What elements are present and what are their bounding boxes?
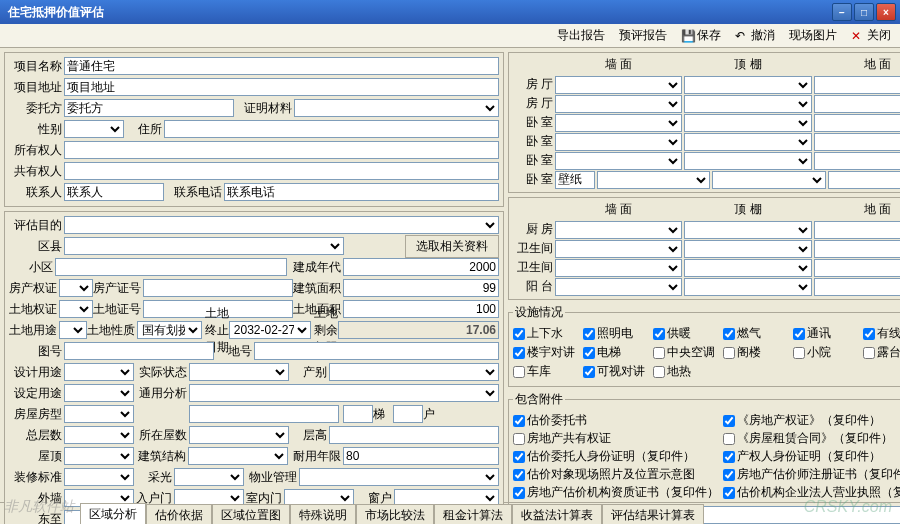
room-floor-select[interactable] bbox=[814, 278, 900, 296]
room-wall-select[interactable] bbox=[555, 76, 682, 94]
facility-elev-checkbox[interactable]: 电梯 bbox=[583, 344, 645, 361]
attach-5-checkbox[interactable]: 产权人身份证明（复印件） bbox=[723, 448, 900, 465]
facility-water-checkbox[interactable]: 上下水 bbox=[513, 325, 575, 342]
phone-input[interactable] bbox=[224, 183, 499, 201]
community-input[interactable] bbox=[55, 258, 287, 276]
attach-9-checkbox[interactable]: 估价机构企业法人营业执照（复印件） bbox=[723, 484, 900, 501]
facility-ac-checkbox[interactable]: 中央空调 bbox=[653, 344, 715, 361]
room-ceil-select[interactable] bbox=[684, 95, 811, 113]
attach-7-checkbox[interactable]: 房地产估价师注册证书（复印件） bbox=[723, 466, 900, 483]
room-wall-select[interactable] bbox=[555, 278, 682, 296]
actual-select[interactable] bbox=[189, 363, 289, 381]
atfloor-select[interactable] bbox=[189, 426, 289, 444]
tab-5[interactable]: 租金计算法 bbox=[434, 504, 512, 525]
room-ceil-select[interactable] bbox=[684, 259, 811, 277]
tab-1[interactable]: 估价依据 bbox=[146, 504, 212, 525]
roof-select[interactable] bbox=[64, 447, 134, 465]
houseno-input[interactable] bbox=[143, 279, 293, 297]
tab-3[interactable]: 特殊说明 bbox=[290, 504, 356, 525]
facility-garage-checkbox[interactable]: 车库 bbox=[513, 363, 575, 380]
storey-input[interactable] bbox=[329, 426, 499, 444]
facility-gas-checkbox[interactable]: 燃气 bbox=[723, 325, 785, 342]
setuse-select[interactable] bbox=[64, 384, 134, 402]
housecert-select[interactable] bbox=[59, 279, 93, 297]
room-wall-select[interactable] bbox=[555, 95, 682, 113]
industry-select[interactable] bbox=[329, 363, 499, 381]
sex-select[interactable] bbox=[64, 120, 124, 138]
room-extra-input[interactable] bbox=[555, 171, 595, 189]
export-report-button[interactable]: 导出报告 bbox=[554, 26, 608, 45]
owner-input[interactable] bbox=[64, 141, 499, 159]
project-name-input[interactable] bbox=[64, 57, 499, 75]
attach-2-checkbox[interactable]: 房地产共有权证 bbox=[513, 430, 719, 447]
room-wall-select[interactable] bbox=[555, 114, 682, 132]
manage-select[interactable] bbox=[299, 468, 499, 486]
room-ceil-select[interactable] bbox=[712, 171, 825, 189]
room-ceil-select[interactable] bbox=[684, 240, 811, 258]
tab-4[interactable]: 市场比较法 bbox=[356, 504, 434, 525]
purpose-select[interactable] bbox=[64, 216, 499, 234]
parcel-input[interactable] bbox=[254, 342, 499, 360]
room-floor-select[interactable] bbox=[814, 114, 900, 132]
close-window-button[interactable]: × bbox=[876, 3, 896, 21]
attach-8-checkbox[interactable]: 房地产估价机构资质证书（复印件） bbox=[513, 484, 719, 501]
room-ceil-select[interactable] bbox=[684, 221, 811, 239]
landcert-select[interactable] bbox=[59, 300, 93, 318]
room-floor-select[interactable] bbox=[814, 259, 900, 277]
close-button[interactable]: ✕关闭 bbox=[848, 26, 894, 45]
map-input[interactable] bbox=[64, 342, 214, 360]
room-wall-select[interactable] bbox=[555, 152, 682, 170]
room-ceil-select[interactable] bbox=[684, 152, 811, 170]
housetype-select[interactable] bbox=[64, 405, 134, 423]
landuse-select[interactable] bbox=[59, 321, 87, 339]
housetype-input[interactable] bbox=[189, 405, 339, 423]
facility-heat-checkbox[interactable]: 供暖 bbox=[653, 325, 715, 342]
facility-inter-checkbox[interactable]: 楼宇对讲 bbox=[513, 344, 575, 361]
room-ceil-select[interactable] bbox=[684, 133, 811, 151]
maximize-button[interactable]: □ bbox=[854, 3, 874, 21]
room-floor-select[interactable] bbox=[814, 240, 900, 258]
room-floor-select[interactable] bbox=[814, 152, 900, 170]
room-ceil-select[interactable] bbox=[684, 278, 811, 296]
room-ceil-select[interactable] bbox=[684, 114, 811, 132]
attach-1-checkbox[interactable]: 《房地产权证》（复印件） bbox=[723, 412, 900, 429]
room-floor-select[interactable] bbox=[828, 171, 900, 189]
attach-4-checkbox[interactable]: 估价委托人身份证明（复印件） bbox=[513, 448, 719, 465]
minimize-button[interactable]: − bbox=[832, 3, 852, 21]
tab-6[interactable]: 收益法计算表 bbox=[512, 504, 602, 525]
coowner-input[interactable] bbox=[64, 162, 499, 180]
save-button[interactable]: 💾保存 bbox=[678, 26, 724, 45]
design-select[interactable] bbox=[64, 363, 134, 381]
room-floor-select[interactable] bbox=[814, 76, 900, 94]
general-select[interactable] bbox=[189, 384, 499, 402]
landnature-select[interactable]: 国有划拨 bbox=[137, 321, 202, 339]
district-select[interactable] bbox=[64, 237, 344, 255]
room-ceil-select[interactable] bbox=[684, 76, 811, 94]
buildyear-input[interactable] bbox=[343, 258, 499, 276]
attach-6-checkbox[interactable]: 估价对象现场照片及位置示意图 bbox=[513, 466, 719, 483]
facility-geoh-checkbox[interactable]: 地热 bbox=[653, 363, 715, 380]
preview-report-button[interactable]: 预评报告 bbox=[616, 26, 670, 45]
home-input[interactable] bbox=[164, 120, 499, 138]
room-wall-select[interactable] bbox=[555, 259, 682, 277]
room-wall-select[interactable] bbox=[555, 240, 682, 258]
facility-terr-checkbox[interactable]: 露台 bbox=[863, 344, 900, 361]
landarea-input[interactable] bbox=[343, 300, 499, 318]
buildarea-input[interactable] bbox=[343, 279, 499, 297]
life-input[interactable] bbox=[343, 447, 499, 465]
room-wall-select[interactable] bbox=[597, 171, 710, 189]
facility-vinter-checkbox[interactable]: 可视对讲 bbox=[583, 363, 645, 380]
facility-yard-checkbox[interactable]: 小院 bbox=[793, 344, 855, 361]
facility-attic-checkbox[interactable]: 阁楼 bbox=[723, 344, 785, 361]
facility-ctv-checkbox[interactable]: 有线电视 bbox=[863, 325, 900, 342]
room-wall-select[interactable] bbox=[555, 133, 682, 151]
facility-comm-checkbox[interactable]: 通讯 bbox=[793, 325, 855, 342]
attach-0-checkbox[interactable]: 估价委托书 bbox=[513, 412, 719, 429]
light-select[interactable] bbox=[174, 468, 244, 486]
tab-0[interactable]: 区域分析 bbox=[80, 503, 146, 524]
cert-select[interactable] bbox=[294, 99, 499, 117]
project-addr-input[interactable] bbox=[64, 78, 499, 96]
attach-3-checkbox[interactable]: 《房屋租赁合同》（复印件） bbox=[723, 430, 900, 447]
contact-input[interactable] bbox=[64, 183, 164, 201]
room-floor-select[interactable] bbox=[814, 221, 900, 239]
